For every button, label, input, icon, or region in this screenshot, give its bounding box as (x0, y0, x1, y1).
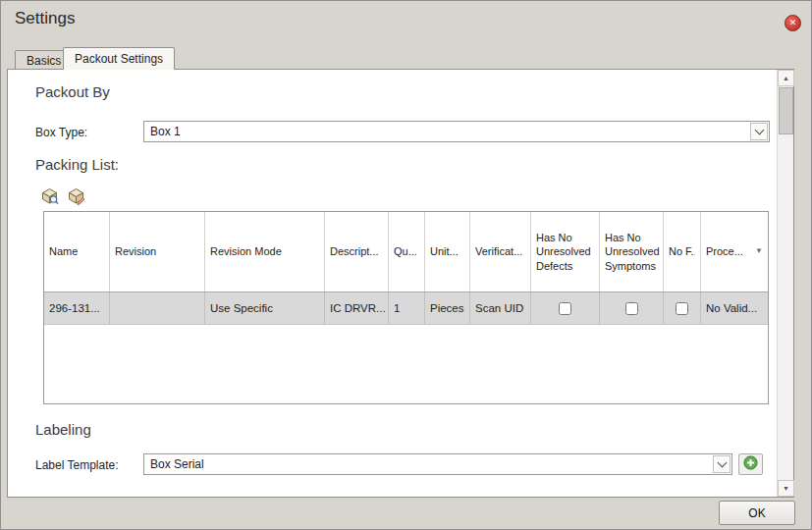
column-dropdown-icon[interactable]: ▼ (755, 246, 763, 256)
cell-revision (110, 292, 205, 324)
cell-process: No Valid... (701, 292, 768, 324)
column-header-units[interactable]: Unit... (425, 212, 470, 292)
plus-icon (743, 455, 758, 474)
vertical-scrollbar[interactable]: ▲ ▼ (777, 70, 793, 497)
column-header-no-f[interactable]: No F... (664, 212, 701, 292)
box-type-dropdown[interactable]: Box 1 (143, 121, 770, 142)
chevron-down-icon[interactable] (750, 123, 768, 140)
cell-revision-mode: Use Specific (205, 292, 325, 324)
box-type-value: Box 1 (150, 125, 181, 138)
box-type-label: Box Type: (35, 126, 87, 139)
column-header-has-no-unresolved-defects[interactable]: Has No Unresolved Defects (531, 212, 600, 292)
close-icon[interactable]: ✕ (785, 15, 801, 31)
ok-button[interactable]: OK (719, 501, 795, 525)
column-header-name[interactable]: Name (44, 212, 110, 292)
scroll-down-icon[interactable]: ▼ (778, 480, 794, 497)
labeling-heading: Labeling (35, 421, 91, 438)
column-header-revision-mode[interactable]: Revision Mode (205, 212, 325, 292)
cell-no-f (664, 292, 701, 324)
table-row[interactable]: 296-131... Use Specific IC DRVR... 1 Pie… (44, 292, 768, 325)
label-template-label: Label Template: (35, 458, 119, 472)
column-header-has-no-unresolved-symptoms[interactable]: Has No Unresolved Symptoms (600, 212, 664, 292)
tab-packout-settings-label: Packout Settings (75, 52, 163, 66)
has-no-unresolved-defects-checkbox[interactable] (559, 302, 571, 315)
add-label-template-button[interactable] (738, 453, 763, 475)
packing-list-heading: Packing List: (35, 156, 119, 173)
column-header-revision[interactable]: Revision (110, 212, 205, 292)
cell-quantity: 1 (389, 292, 425, 324)
package-edit-button[interactable] (64, 186, 87, 209)
dialog-title: Settings (15, 9, 75, 28)
tab-packout-settings[interactable]: Packout Settings (63, 47, 175, 70)
column-header-process[interactable]: Proce... ▼ (701, 212, 768, 292)
cell-description: IC DRVR... (325, 292, 389, 324)
chevron-down-icon[interactable] (713, 455, 731, 473)
column-header-quantity[interactable]: Qu... (389, 212, 425, 292)
tab-basics-label: Basics (27, 54, 61, 68)
scroll-up-icon[interactable]: ▲ (778, 70, 794, 86)
no-f-checkbox[interactable] (676, 302, 688, 315)
settings-dialog: Settings ✕ Basics Packout Settings Packo… (0, 0, 812, 530)
cell-has-no-unresolved-defects (531, 292, 600, 324)
cell-units: Pieces (425, 292, 470, 324)
packing-list-table-header: Name Revision Revision Mode Descript... … (44, 212, 768, 292)
scrollbar-thumb[interactable] (779, 87, 793, 134)
cell-name: 296-131... (44, 292, 110, 324)
package-search-button[interactable] (37, 186, 61, 209)
package-search-icon (40, 186, 59, 209)
has-no-unresolved-symptoms-checkbox[interactable] (625, 302, 638, 315)
packout-by-heading: Packout By (35, 83, 110, 100)
cell-has-no-unresolved-symptoms (600, 292, 664, 324)
column-header-description[interactable]: Descript... (325, 212, 389, 292)
cell-verification: Scan UID (470, 292, 531, 324)
label-template-value: Box Serial (150, 457, 204, 471)
package-edit-icon (67, 186, 85, 209)
packout-settings-panel: Packout By Box Type: Box 1 Packing List: (7, 69, 794, 498)
column-header-verification[interactable]: Verificat... (470, 212, 531, 292)
packing-list-table: Name Revision Revision Mode Descript... … (43, 211, 769, 404)
label-template-dropdown[interactable]: Box Serial (143, 453, 732, 475)
packing-list-toolbar (37, 186, 87, 209)
